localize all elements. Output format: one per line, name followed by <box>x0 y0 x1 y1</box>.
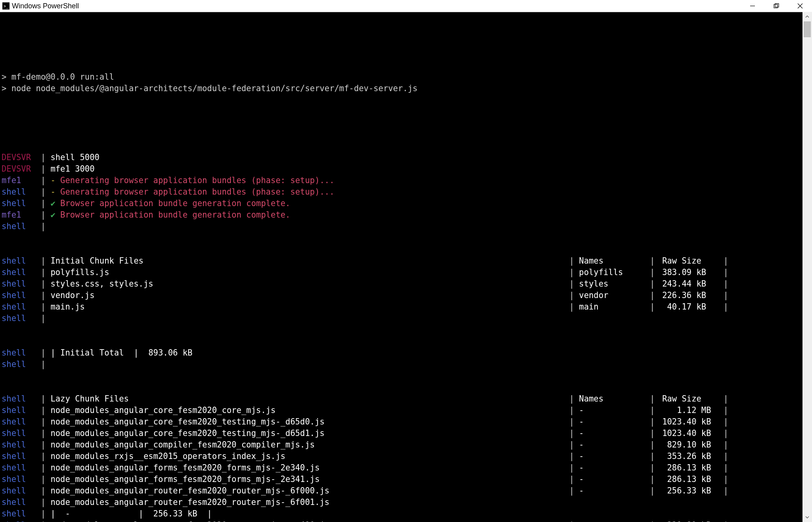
minimize-icon <box>750 3 755 9</box>
log-line: shell | | Initial Total | 893.06 kB <box>2 347 810 359</box>
svg-rect-1 <box>774 4 778 8</box>
close-icon <box>797 3 803 9</box>
log-line: shell | node_modules_angular_forms_fesm2… <box>2 474 810 485</box>
log-line: shell | <box>2 313 810 324</box>
scroll-thumb[interactable] <box>804 21 811 37</box>
log-line: shell | styles.css, styles.js | styles |… <box>2 278 810 290</box>
minimize-button[interactable] <box>741 0 764 12</box>
log-line: shell | vendor.js | vendor |226.36 kB | <box>2 290 810 301</box>
log-line: shell | node_modules_angular_core_fesm20… <box>2 428 810 439</box>
vertical-scrollbar[interactable] <box>802 12 812 522</box>
scroll-down-icon[interactable] <box>802 512 812 522</box>
window-title: Windows PowerShell <box>12 2 79 10</box>
log-line: shell | ✔ Browser application bundle gen… <box>2 198 810 209</box>
log-line: shell | node_modules_angular_compiler_fe… <box>2 439 810 451</box>
log-line: DEVSVR | mfe1 3000 <box>2 163 810 175</box>
powershell-icon: >_ <box>2 2 10 10</box>
log-line: shell | node_modules_angular_router_fesm… <box>2 497 810 508</box>
scroll-up-icon[interactable] <box>802 12 812 21</box>
log-line: mfe1 | ✔ Browser application bundle gene… <box>2 209 810 221</box>
log-line: shell | node_modules_angular_core_fesm20… <box>2 405 810 416</box>
log-line: shell | polyfills.js | polyfills |383.09… <box>2 267 810 278</box>
log-line: shell | node_modules_angular_core_fesm20… <box>2 416 810 428</box>
maximize-button[interactable] <box>764 0 788 12</box>
log-line: shell | node_modules_angular_forms_fesm2… <box>2 462 810 474</box>
window-titlebar: >_ Windows PowerShell <box>0 0 812 12</box>
log-line: shell | node_modules_rxjs__esm2015_opera… <box>2 451 810 462</box>
log-line: shell | <box>2 221 810 232</box>
log-line: shell | Initial Chunk Files | Names |Raw… <box>2 255 810 267</box>
blank-line <box>2 37 810 48</box>
prompt-line: > mf-demo@0.0.0 run:all <box>2 71 810 83</box>
log-line: mfe1 | - Generating browser application … <box>2 175 810 186</box>
log-line: DEVSVR | shell 5000 <box>2 152 810 163</box>
log-line: shell | node_modules_angular_router_fesm… <box>2 485 810 497</box>
log-line: shell | | - | 256.33 kB | <box>2 508 810 520</box>
log-line: shell | Lazy Chunk Files | Names |Raw Si… <box>2 393 810 405</box>
svg-rect-2 <box>775 4 779 7</box>
log-line: shell | <box>2 359 810 370</box>
log-line: shell | main.js | main | 40.17 kB | <box>2 301 810 313</box>
log-line: shell | - Generating browser application… <box>2 186 810 198</box>
scroll-track[interactable] <box>802 21 812 512</box>
prompt-line: > node node_modules/@angular-architects/… <box>2 83 810 94</box>
log-line: shell | node_modules_angular_common_fesm… <box>2 520 810 522</box>
close-button[interactable] <box>788 0 812 12</box>
blank-line <box>2 117 810 129</box>
terminal-output[interactable]: > mf-demo@0.0.0 run:all> node node_modul… <box>0 12 812 522</box>
maximize-icon <box>774 3 779 9</box>
